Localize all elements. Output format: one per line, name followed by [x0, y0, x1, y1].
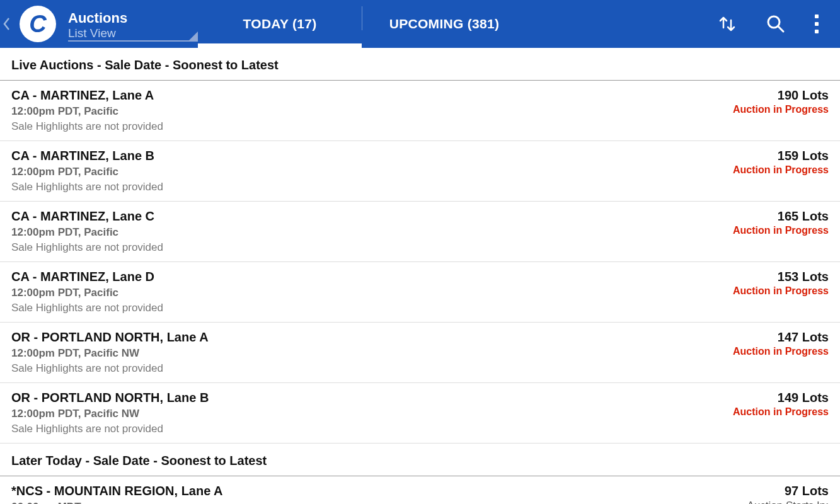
auction-row-right: 159 LotsAuction in Progress — [733, 149, 829, 193]
auction-title: CA - MARTINEZ, Lane A — [11, 88, 163, 103]
auction-note: Sale Highlights are not provided — [11, 423, 209, 435]
sort-button[interactable] — [718, 15, 737, 33]
auction-title: CA - MARTINEZ, Lane D — [11, 270, 163, 284]
auction-row-left: CA - MARTINEZ, Lane A12:00pm PDT, Pacifi… — [11, 88, 163, 133]
logo-circle: C — [20, 6, 56, 42]
overflow-dots-icon — [815, 14, 819, 33]
auction-note: Sale Highlights are not provided — [11, 302, 163, 314]
auction-row[interactable]: CA - MARTINEZ, Lane C12:00pm PDT, Pacifi… — [0, 202, 840, 262]
dropdown-underline — [68, 40, 198, 42]
auction-lots: 190 Lots — [733, 88, 829, 103]
auction-row[interactable]: *NCS - MOUNTAIN REGION, Lane A06:00pm MD… — [0, 476, 840, 504]
auction-lots: 149 Lots — [733, 391, 829, 405]
auction-title: CA - MARTINEZ, Lane C — [11, 209, 163, 224]
dropdown-triangle-icon — [189, 32, 198, 40]
auction-time: 12:00pm PDT, Pacific — [11, 287, 163, 299]
auction-row-right: 147 LotsAuction in Progress — [733, 330, 829, 375]
section-header: Live Auctions - Sale Date - Soonest to L… — [0, 48, 840, 81]
auction-row[interactable]: CA - MARTINEZ, Lane D12:00pm PDT, Pacifi… — [0, 262, 840, 323]
back-button[interactable] — [0, 0, 13, 48]
app-logo: C — [13, 0, 63, 48]
auction-row[interactable]: OR - PORTLAND NORTH, Lane B12:00pm PDT, … — [0, 383, 840, 444]
tab-today[interactable]: TODAY (17) — [198, 0, 362, 48]
auction-status: Auction in Progress — [733, 104, 829, 115]
auction-time: 12:00pm PDT, Pacific — [11, 166, 163, 178]
auction-row-left: CA - MARTINEZ, Lane C12:00pm PDT, Pacifi… — [11, 209, 163, 254]
auction-row-left: CA - MARTINEZ, Lane B12:00pm PDT, Pacifi… — [11, 149, 163, 193]
auction-row-right: 153 LotsAuction in Progress — [733, 270, 829, 314]
auction-row[interactable]: CA - MARTINEZ, Lane A12:00pm PDT, Pacifi… — [0, 81, 840, 141]
auction-lots: 147 Lots — [733, 330, 829, 345]
auction-row-left: OR - PORTLAND NORTH, Lane A12:00pm PDT, … — [11, 330, 209, 375]
auction-time: 12:00pm PDT, Pacific NW — [11, 408, 209, 420]
sort-icon — [718, 15, 737, 33]
auction-time: 12:00pm PDT, Pacific — [11, 105, 163, 118]
chevron-left-icon — [3, 17, 10, 31]
auction-status: Auction in Progress — [733, 285, 829, 297]
auction-status: Auction in Progress — [733, 225, 829, 236]
auction-row[interactable]: CA - MARTINEZ, Lane B12:00pm PDT, Pacifi… — [0, 141, 840, 202]
auction-list[interactable]: Live Auctions - Sale Date - Soonest to L… — [0, 48, 840, 504]
view-dropdown[interactable]: Auctions List View — [63, 0, 198, 48]
tabs: TODAY (17) UPCOMING (381) — [198, 0, 718, 48]
search-icon — [766, 14, 786, 34]
auction-row-right: 97 LotsAuction Starts In: — [747, 484, 829, 504]
auction-row-left: OR - PORTLAND NORTH, Lane B12:00pm PDT, … — [11, 391, 209, 435]
auction-row-left: *NCS - MOUNTAIN REGION, Lane A06:00pm MD… — [11, 484, 223, 504]
auction-row-right: 149 LotsAuction in Progress — [733, 391, 829, 435]
auction-lots: 97 Lots — [747, 484, 829, 498]
auction-row-right: 190 LotsAuction in Progress — [733, 88, 829, 133]
auction-status: Auction in Progress — [733, 164, 829, 176]
overflow-menu-button[interactable] — [815, 14, 819, 33]
auction-title: CA - MARTINEZ, Lane B — [11, 149, 163, 163]
dropdown-title: Auctions — [68, 11, 193, 26]
section-header: Later Today - Sale Date - Soonest to Lat… — [0, 444, 840, 476]
auction-row-left: CA - MARTINEZ, Lane D12:00pm PDT, Pacifi… — [11, 270, 163, 314]
tab-upcoming[interactable]: UPCOMING (381) — [362, 0, 526, 48]
auction-status: Auction in Progress — [733, 346, 829, 357]
auction-row-right: 165 LotsAuction in Progress — [733, 209, 829, 254]
auction-time: 12:00pm PDT, Pacific NW — [11, 347, 209, 360]
auction-row[interactable]: OR - PORTLAND NORTH, Lane A12:00pm PDT, … — [0, 323, 840, 383]
auction-note: Sale Highlights are not provided — [11, 181, 163, 193]
auction-time: 06:00pm MDT — [11, 501, 223, 504]
auction-status: Auction Starts In: — [747, 500, 829, 504]
auction-lots: 153 Lots — [733, 270, 829, 284]
dropdown-subtitle: List View — [68, 26, 193, 42]
auction-title: *NCS - MOUNTAIN REGION, Lane A — [11, 484, 223, 498]
auction-note: Sale Highlights are not provided — [11, 241, 163, 254]
auction-note: Sale Highlights are not provided — [11, 120, 163, 133]
auction-time: 12:00pm PDT, Pacific — [11, 226, 163, 239]
auction-note: Sale Highlights are not provided — [11, 362, 209, 375]
auction-lots: 159 Lots — [733, 149, 829, 163]
search-button[interactable] — [766, 14, 786, 34]
auction-title: OR - PORTLAND NORTH, Lane B — [11, 391, 209, 405]
svg-line-1 — [778, 26, 783, 32]
app-header: C Auctions List View TODAY (17) UPCOMING… — [0, 0, 840, 48]
auction-title: OR - PORTLAND NORTH, Lane A — [11, 330, 209, 345]
auction-lots: 165 Lots — [733, 209, 829, 224]
header-actions — [718, 0, 840, 48]
auction-status: Auction in Progress — [733, 406, 829, 418]
